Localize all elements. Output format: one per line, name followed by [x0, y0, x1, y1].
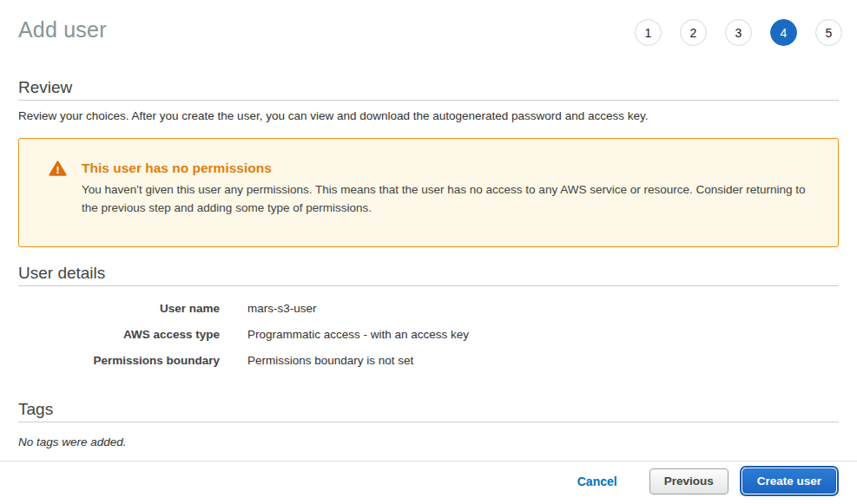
tags-heading: Tags [18, 400, 839, 419]
permissions-boundary-value: Permissions boundary is not set [247, 353, 413, 368]
access-type-value: Programmatic access - with an access key [247, 327, 469, 342]
step-5[interactable]: 5 [815, 19, 842, 46]
table-row: Permissions boundary Permissions boundar… [18, 353, 839, 368]
wizard-step-indicator: 1 2 3 4 5 [635, 19, 842, 46]
main-content: Review Review your choices. After you cr… [0, 78, 857, 448]
permissions-boundary-label: Permissions boundary [18, 353, 220, 368]
review-heading: Review [18, 78, 839, 97]
user-details-divider [18, 285, 839, 286]
add-user-wizard-page: Add user 1 2 3 4 5 Review Review your ch… [0, 0, 857, 504]
step-2[interactable]: 2 [680, 19, 707, 46]
user-details-table: User name mars-s3-user AWS access type P… [18, 301, 839, 368]
no-permissions-warning: This user has no permissions You haven't… [18, 138, 839, 247]
review-description: Review your choices. After you create th… [18, 109, 839, 122]
cancel-link[interactable]: Cancel [577, 475, 617, 488]
previous-button[interactable]: Previous [649, 468, 728, 494]
step-1[interactable]: 1 [635, 19, 662, 46]
table-row: AWS access type Programmatic access - wi… [18, 327, 839, 342]
user-name-value: mars-s3-user [247, 301, 317, 316]
access-type-label: AWS access type [18, 327, 220, 342]
warning-title: This user has no permissions [82, 160, 821, 176]
warning-content: This user has no permissions You haven't… [82, 160, 821, 217]
step-4-active[interactable]: 4 [770, 19, 797, 46]
tags-divider [18, 422, 839, 422]
review-divider [18, 100, 839, 101]
page-header: Add user 1 2 3 4 5 [0, 0, 857, 42]
create-user-button-focus-ring: Create user [740, 466, 839, 496]
table-row: User name mars-s3-user [18, 301, 839, 316]
wizard-footer: Cancel Previous Create user [0, 461, 857, 504]
tags-empty-message: No tags were added. [18, 435, 839, 448]
user-details-heading: User details [18, 264, 839, 283]
warning-body: You haven't given this user any permissi… [82, 180, 821, 217]
warning-triangle-icon [49, 160, 67, 178]
step-3[interactable]: 3 [725, 19, 752, 46]
user-name-label: User name [18, 301, 220, 316]
create-user-button[interactable]: Create user [742, 468, 836, 494]
